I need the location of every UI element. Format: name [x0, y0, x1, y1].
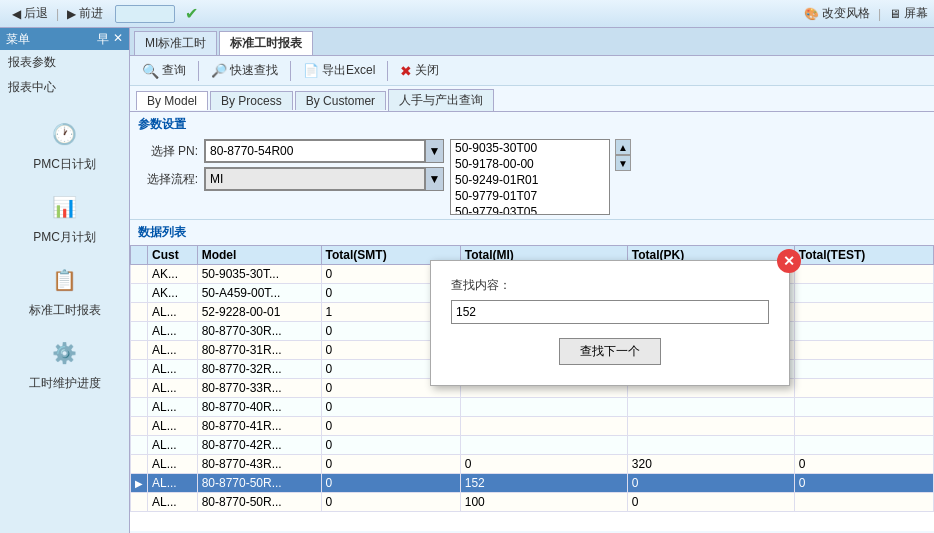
search-input[interactable] [451, 300, 769, 324]
dialog-body: 查找内容： 查找下一个 [431, 261, 789, 385]
dialog-close-button[interactable]: ✕ [777, 249, 801, 273]
dialog-overlay: ✕ 查找内容： 查找下一个 [0, 0, 934, 533]
search-dialog: ✕ 查找内容： 查找下一个 [430, 260, 790, 386]
search-label: 查找内容： [451, 277, 769, 294]
find-next-button[interactable]: 查找下一个 [559, 338, 661, 365]
